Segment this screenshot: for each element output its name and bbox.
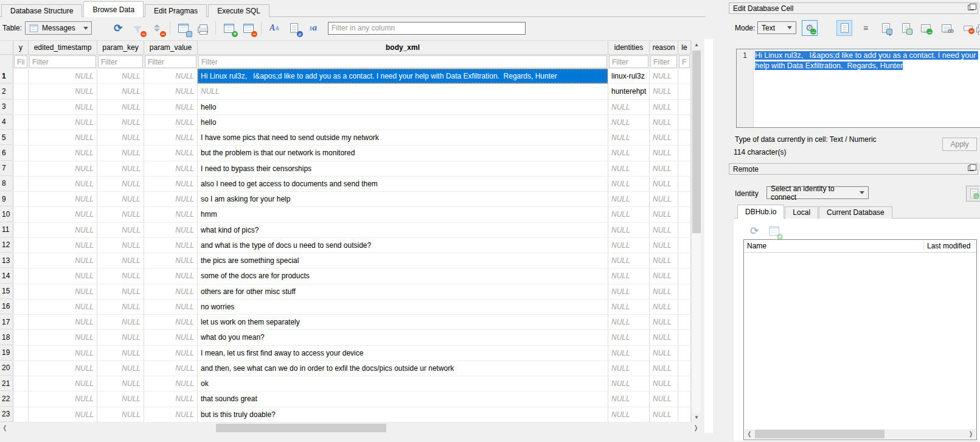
cell-le[interactable] [678,223,691,237]
cell-y[interactable] [13,161,29,176]
row-number[interactable]: 7 [0,161,13,176]
cell-param-key[interactable]: NULL [97,376,144,391]
cell-reason[interactable]: NULL [650,115,678,130]
cell-le[interactable] [678,238,691,253]
apply-mode-button[interactable]: ⚙→ [802,20,818,36]
apply-button[interactable]: Apply [942,138,977,151]
cell-edited-timestamp[interactable]: NULL [29,177,97,191]
replace-button[interactable]: ba [305,20,321,36]
cell-param-value[interactable]: NULL [144,177,198,191]
cell-param-key[interactable]: NULL [97,391,144,406]
cell-y[interactable] [13,284,29,299]
cell-identities[interactable]: NULL [608,253,650,268]
cell-param-key[interactable]: NULL [97,223,144,237]
cell-edited-timestamp[interactable]: NULL [29,407,97,422]
cell-body-xml[interactable]: I mean, let us first find away to access… [198,346,608,360]
cell-param-key[interactable]: NULL [97,69,144,83]
cell-param-value[interactable]: NULL [144,376,198,391]
cell-identities[interactable]: NULL [608,330,650,345]
cell-y[interactable] [13,330,29,345]
cell-param-key[interactable]: NULL [97,177,144,191]
row-number[interactable]: 10 [0,207,13,222]
cell-identities[interactable]: NULL [608,315,650,329]
remote-tab-local[interactable]: Local [785,206,818,219]
cell-body-xml[interactable]: also I need to get access to documents a… [198,177,608,191]
cell-identities[interactable]: NULL [608,161,650,176]
filter-input-reason[interactable] [650,55,677,68]
cell-body-xml[interactable]: let us work on them separately [198,315,608,329]
cell-param-key[interactable]: NULL [97,407,144,422]
cell-le[interactable] [678,177,691,191]
cell-body-xml[interactable]: the pics are something special [198,253,608,268]
cell-reason[interactable]: NULL [650,315,678,329]
cell-le[interactable] [678,100,691,114]
cell-reason[interactable]: NULL [650,300,678,314]
cell-le[interactable] [678,284,691,299]
insert-record-button[interactable]: + [221,20,237,36]
remote-tab-dbhub-io[interactable]: DBHub.io [737,205,784,219]
filter-input-le[interactable] [679,55,690,68]
cell-y[interactable] [13,376,29,391]
cell-param-value[interactable]: NULL [144,268,198,283]
cell-reason[interactable]: NULL [650,146,678,160]
column-header-le[interactable]: le [678,41,691,54]
cell-param-value[interactable]: NULL [144,361,198,376]
cell-edited-timestamp[interactable]: NULL [29,69,97,83]
cell-param-value[interactable]: NULL [144,100,198,114]
import-data-button[interactable] [878,20,894,36]
filter-any-column-input[interactable] [328,22,526,35]
cell-editor[interactable]: 1 Hi Linux rul3z, I&apos;d like to add y… [736,49,980,128]
cell-param-value[interactable]: NULL [144,300,198,314]
cell-y[interactable] [13,115,29,130]
vscroll-thumb[interactable] [692,51,701,233]
open-external-button[interactable]: → [918,20,934,36]
table-select[interactable]: Messages [25,21,92,35]
cell-param-key[interactable]: NULL [97,330,144,345]
cell-param-key[interactable]: NULL [97,115,144,130]
float-panel-icon[interactable] [968,5,974,10]
cell-param-value[interactable]: NULL [144,146,198,160]
cell-edited-timestamp[interactable]: NULL [29,361,97,376]
cell-edited-timestamp[interactable]: NULL [29,84,97,99]
cell-reason[interactable]: NULL [650,346,678,360]
cell-edited-timestamp[interactable]: NULL [29,146,97,160]
cell-y[interactable] [13,268,29,283]
cell-param-value[interactable]: NULL [144,391,198,406]
cell-edited-timestamp[interactable]: NULL [29,376,97,391]
name-column-header[interactable]: Name [744,242,924,250]
cell-identities[interactable]: NULL [608,238,650,253]
row-number[interactable]: 19 [0,346,13,360]
cell-identities[interactable]: NULL [608,115,650,130]
cell-param-value[interactable]: NULL [144,330,198,345]
cell-reason[interactable]: NULL [650,161,678,176]
cell-param-value[interactable]: NULL [144,253,198,268]
column-header-identities[interactable]: identities [608,41,650,54]
cell-reason[interactable]: NULL [650,207,678,222]
cell-le[interactable] [678,315,691,329]
format-font-button[interactable]: AA [266,20,282,36]
clear-sorting-button[interactable]: − [149,20,165,36]
cell-le[interactable] [678,115,691,130]
cell-y[interactable] [13,361,29,376]
cell-y[interactable] [13,146,29,160]
cell-edited-timestamp[interactable]: NULL [29,315,97,329]
cell-le[interactable] [678,84,691,99]
remote-dock-header[interactable]: Remote [729,163,978,175]
cell-le[interactable] [678,268,691,283]
cell-identities[interactable]: hunterehpt [608,84,650,99]
cell-body-xml[interactable]: no worries [198,300,608,314]
cell-identities[interactable]: NULL [608,300,650,314]
cell-y[interactable] [13,192,29,206]
text-mode-button[interactable] [836,20,852,36]
cell-identities[interactable]: NULL [608,407,650,422]
cell-reason[interactable]: NULL [650,268,678,283]
float-panel-icon[interactable] [968,166,974,171]
find-button[interactable]: ⌕ [286,20,302,36]
column-header-param_key[interactable]: param_key [97,41,144,54]
cell-le[interactable] [678,391,691,406]
scroll-left-icon[interactable]: ❬ [745,429,754,439]
delete-record-button[interactable]: − [240,20,256,36]
cell-param-key[interactable]: NULL [97,84,144,99]
cell-reason[interactable]: NULL [650,391,678,406]
cell-edited-timestamp[interactable]: NULL [29,100,97,114]
